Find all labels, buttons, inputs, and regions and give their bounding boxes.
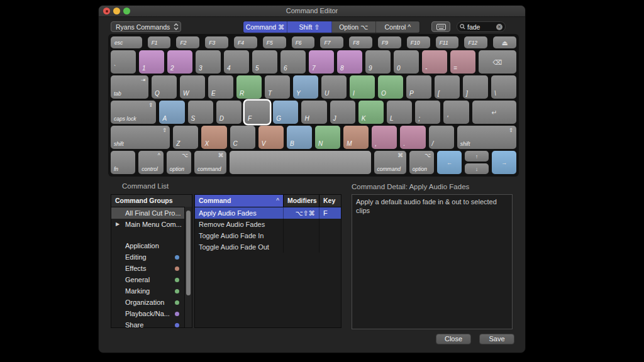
key-h[interactable]: H <box>301 101 326 124</box>
key-f3[interactable]: F3 <box>205 36 228 48</box>
key-shift-left[interactable]: shift⇧ <box>111 126 170 149</box>
key-8[interactable]: 8 <box>337 50 362 74</box>
key-delete[interactable]: ⌫ <box>479 50 516 74</box>
key-i[interactable]: I <box>350 75 375 99</box>
key-q[interactable]: Q <box>152 75 177 99</box>
group-row-application[interactable]: Application <box>111 240 184 251</box>
group-row-main-menu-com[interactable]: ▶Main Menu Com... <box>111 219 184 230</box>
key-w[interactable]: W <box>180 75 205 99</box>
key-arrow-down[interactable]: ↓ <box>465 163 489 174</box>
key-6[interactable]: 6 <box>280 50 306 74</box>
key-option-right[interactable]: option⌥ <box>409 151 434 174</box>
key-f11[interactable]: F11 <box>436 36 459 48</box>
key-f8[interactable]: F8 <box>349 36 372 48</box>
key-l[interactable]: L <box>387 101 412 124</box>
key-quote[interactable]: ' <box>443 101 469 124</box>
key-semicolon[interactable]: ; <box>415 101 440 124</box>
group-row-general[interactable]: General <box>111 274 184 285</box>
key-minus[interactable]: - <box>422 50 447 74</box>
key-7[interactable]: 7 <box>309 50 334 74</box>
key-o[interactable]: O <box>378 75 403 99</box>
search-field[interactable]: ✕ <box>457 21 506 32</box>
key-period[interactable]: . <box>400 126 425 149</box>
column-header-modifiers[interactable]: Modifiers <box>284 195 319 207</box>
key-f1[interactable]: F1 <box>148 36 171 48</box>
key-arrow-right[interactable]: → <box>492 151 516 174</box>
key-t[interactable]: T <box>265 75 290 99</box>
zoom-window-icon[interactable] <box>123 8 130 14</box>
minimize-window-icon[interactable] <box>113 8 120 14</box>
key-space[interactable] <box>230 151 370 174</box>
key-slash[interactable]: / <box>429 126 454 149</box>
segment-shift[interactable]: Shift ⇧ <box>287 21 331 33</box>
groups-scrollbar-thumb[interactable] <box>186 211 191 295</box>
key-bracket-left[interactable]: [ <box>435 75 460 99</box>
key-f10[interactable]: F10 <box>407 36 430 48</box>
key-3[interactable]: 3 <box>196 50 221 74</box>
segment-option[interactable]: Option ⌥ <box>332 21 376 33</box>
key-j[interactable]: J <box>330 101 355 124</box>
key-arrow-up[interactable]: ↑ <box>465 151 489 162</box>
key-grave[interactable]: ` <box>111 50 136 74</box>
key-0[interactable]: 0 <box>394 50 419 74</box>
save-button[interactable]: Save <box>479 334 514 344</box>
key-s[interactable]: S <box>188 101 213 124</box>
key-z[interactable]: Z <box>173 126 198 149</box>
segment-control[interactable]: Control ^ <box>376 21 419 33</box>
groups-scrollbar[interactable] <box>184 207 192 327</box>
key-p[interactable]: P <box>406 75 431 99</box>
key-tab[interactable]: tab⇥ <box>111 75 148 99</box>
key-9[interactable]: 9 <box>365 50 391 74</box>
key-x[interactable]: X <box>201 126 226 149</box>
key-option-left[interactable]: option⌥ <box>167 151 191 174</box>
key-d[interactable]: D <box>216 101 242 124</box>
key-f7[interactable]: F7 <box>320 36 343 48</box>
column-header-command[interactable]: Command^ <box>195 195 284 207</box>
group-row-playback-na[interactable]: Playback/Na... <box>111 308 184 319</box>
key-v[interactable]: V <box>258 126 284 149</box>
clear-search-icon[interactable]: ✕ <box>496 24 502 30</box>
key-esc[interactable]: esc <box>111 36 142 48</box>
group-row-marking[interactable]: Marking <box>111 285 184 297</box>
key-c[interactable]: C <box>230 126 255 149</box>
key-shift-right[interactable]: shift⇧ <box>457 126 516 149</box>
key-command-right[interactable]: command⌘ <box>374 151 406 174</box>
group-row-effects[interactable]: Effects <box>111 263 184 274</box>
key-a[interactable]: A <box>159 101 184 124</box>
key-e[interactable]: E <box>208 75 233 99</box>
group-row-all-final-cut-pro[interactable]: All Final Cut Pro... <box>111 207 184 219</box>
key-u[interactable]: U <box>321 75 347 99</box>
command-set-dropdown[interactable]: Ryans Commands <box>111 21 181 32</box>
key-eject[interactable]: ⏏ <box>493 36 516 48</box>
close-window-icon[interactable] <box>103 8 110 14</box>
key-fn[interactable]: fn <box>111 151 135 174</box>
group-row-editing[interactable]: Editing <box>111 251 184 263</box>
key-return[interactable]: ↵ <box>472 101 516 124</box>
command-row-toggle-audio-fade-in[interactable]: Toggle Audio Fade In <box>195 230 341 241</box>
key-2[interactable]: 2 <box>167 50 192 74</box>
group-row-organization[interactable]: Organization <box>111 297 184 308</box>
key-command-left[interactable]: command⌘ <box>194 151 226 174</box>
disclosure-triangle-icon[interactable]: ▶ <box>116 219 119 230</box>
command-row-apply-audio-fades[interactable]: Apply Audio Fades⌥⇧⌘F <box>195 207 341 219</box>
segment-command[interactable]: Command ⌘ <box>243 21 287 33</box>
key-1[interactable]: 1 <box>139 50 164 74</box>
key-y[interactable]: Y <box>293 75 318 99</box>
key-backslash[interactable]: \ <box>491 75 516 99</box>
search-input[interactable] <box>465 23 496 31</box>
key-m[interactable]: M <box>343 126 369 149</box>
key-b[interactable]: B <box>287 126 312 149</box>
group-row-share[interactable]: Share <box>111 319 184 328</box>
key-4[interactable]: 4 <box>224 50 249 74</box>
key-g[interactable]: G <box>273 101 298 124</box>
key-f12[interactable]: F12 <box>464 36 487 48</box>
key-comma[interactable]: , <box>372 126 397 149</box>
key-control[interactable]: control^ <box>138 151 163 174</box>
command-row-toggle-audio-fade-out[interactable]: Toggle Audio Fade Out <box>195 241 341 253</box>
key-5[interactable]: 5 <box>252 50 277 74</box>
key-f[interactable]: F <box>245 101 270 124</box>
key-arrow-left[interactable]: ← <box>437 151 462 174</box>
keyboard-view-button[interactable] <box>431 21 450 32</box>
close-button[interactable]: Close <box>436 334 471 344</box>
key-f2[interactable]: F2 <box>176 36 199 48</box>
